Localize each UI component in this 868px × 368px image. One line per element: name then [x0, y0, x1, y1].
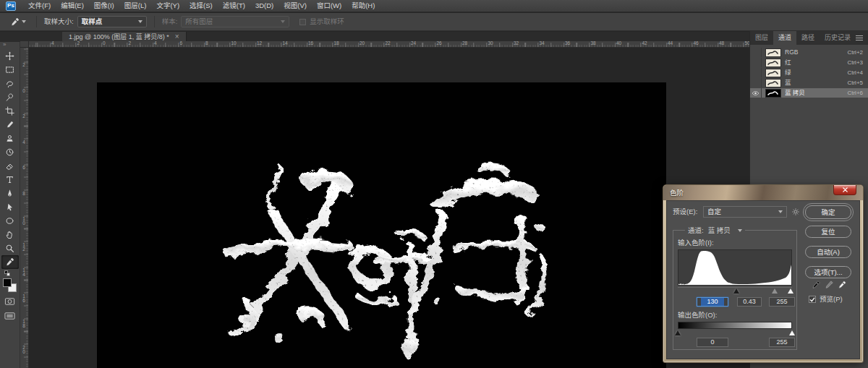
menu-item[interactable]: 窗口(W) [312, 1, 346, 11]
lasso-tool[interactable] [1, 77, 19, 90]
move-icon [5, 51, 14, 61]
dialog-button-确定[interactable]: 确定 [805, 205, 851, 219]
ruler-label: 4 [154, 41, 157, 46]
black-input-slider[interactable] [733, 288, 739, 294]
hand-tool[interactable] [1, 228, 19, 241]
type-tool[interactable] [1, 173, 19, 187]
eye-toggle-empty[interactable] [750, 68, 762, 77]
quick-selection-tool[interactable] [1, 90, 19, 104]
panel-tab-图层[interactable]: 图层 [750, 31, 773, 45]
screen-mode-button[interactable] [1, 310, 19, 322]
preset-dropdown[interactable]: 自定 [703, 206, 787, 218]
white-output-slider[interactable] [789, 330, 795, 335]
channel-thumbnail [766, 69, 780, 77]
panel-menu-icon[interactable] [856, 35, 863, 40]
gamma-input-slider[interactable] [772, 288, 778, 294]
dialog-title-bar[interactable]: 色阶 [663, 185, 863, 200]
output-black-field[interactable]: 0 [697, 338, 728, 347]
channel-row-绿[interactable]: 绿Ctrl+4 [750, 68, 868, 77]
menu-item[interactable]: 选择(S) [184, 1, 218, 11]
levels-dialog: 色阶 预设(E): 自定 确定复位自动(A)选项(T)... 通道: 蓝 拷贝 [663, 184, 864, 363]
ruler-label: 8 [205, 41, 208, 46]
ruler-label: 2 [77, 41, 80, 46]
menu-item[interactable]: 编辑(E) [56, 1, 89, 11]
channel-shortcut: Ctrl+4 [847, 70, 863, 76]
panel-tab-历史记录[interactable]: 历史记录 [820, 31, 856, 45]
canvas-pasteboard[interactable]: 茶叶居 [29, 48, 749, 368]
white-input-slider[interactable] [788, 288, 793, 294]
preview-label: 预览(P) [820, 296, 843, 303]
white-point-eyedropper-icon[interactable] [838, 281, 846, 291]
panel-tab-路径[interactable]: 路径 [796, 31, 820, 45]
zoom-tool[interactable] [1, 241, 19, 255]
default-colors-icon[interactable] [4, 270, 17, 276]
menu-item[interactable]: 3D(D) [250, 1, 278, 11]
document-tab[interactable]: 1.jpg @ 100% (图层 1, 蓝 拷贝/8) * × [62, 32, 187, 42]
ruler-label: 30 [488, 41, 493, 46]
gray-point-eyedropper-icon[interactable] [825, 281, 833, 291]
type-icon [5, 175, 14, 184]
brush-tool[interactable] [1, 118, 19, 132]
black-output-slider[interactable] [675, 330, 681, 335]
active-tool-button[interactable] [7, 16, 29, 28]
menu-item[interactable]: 文字(Y) [151, 1, 184, 11]
eye-toggle-empty[interactable] [750, 48, 762, 57]
menu-item[interactable]: 图像(I) [89, 1, 119, 11]
zoom-icon [5, 244, 14, 253]
history-brush-tool[interactable] [1, 145, 19, 159]
channel-row-红[interactable]: 红Ctrl+3 [750, 58, 868, 67]
menu-item[interactable]: 文件(F) [23, 1, 56, 11]
ellipse-tool[interactable] [1, 214, 19, 228]
pen-tool[interactable] [1, 187, 19, 200]
preview-checkbox[interactable] [809, 296, 816, 303]
photoshop-window: Ps 文件(F)编辑(E)图像(I)图层(L)文字(Y)选择(S)滤镜(T)3D… [0, 0, 868, 368]
gear-icon [791, 207, 800, 216]
chevron-down-icon [138, 20, 142, 23]
channel-row-RGB[interactable]: RGBCtrl+2 [750, 48, 868, 57]
move-tool[interactable] [1, 49, 19, 63]
eyedropper-tool[interactable] [1, 255, 19, 269]
marquee-tool[interactable] [1, 63, 19, 77]
menu-item[interactable]: 视图(V) [278, 1, 312, 11]
chevron-down-icon [778, 210, 783, 213]
sample-size-dropdown[interactable]: 取样点 [77, 16, 147, 27]
ruler-label: 0 [103, 41, 106, 46]
double-chevron-icon[interactable] [0, 42, 20, 49]
eye-toggle-empty[interactable] [750, 78, 762, 87]
dialog-buttons: 确定复位自动(A)选项(T)... [801, 205, 856, 286]
menu-item[interactable]: 图层(L) [119, 1, 152, 11]
menu-item[interactable]: 帮助(H) [346, 1, 380, 11]
vertical-ruler[interactable]: 20246810121416182022 [20, 48, 29, 368]
path-selection-icon [5, 202, 14, 212]
channel-dropdown[interactable]: 蓝 拷贝 [708, 227, 742, 234]
foreground-color-swatch[interactable] [3, 278, 12, 287]
dialog-button-选项(T)...[interactable]: 选项(T)... [805, 266, 851, 278]
eye-toggle-empty[interactable] [750, 58, 762, 67]
dialog-body: 预设(E): 自定 确定复位自动(A)选项(T)... 通道: 蓝 拷贝 输入色… [666, 200, 860, 359]
input-gamma-field[interactable]: 0.43 [737, 297, 762, 307]
menu-item[interactable]: 滤镜(T) [218, 1, 250, 11]
close-tab-icon[interactable]: × [175, 33, 179, 40]
eyedropper-icon [5, 257, 14, 267]
channel-shortcut: Ctrl+3 [847, 60, 863, 66]
close-button[interactable] [833, 185, 856, 195]
eraser-tool[interactable] [1, 159, 19, 173]
channel-row-蓝 拷贝[interactable]: 蓝 拷贝Ctrl+6 [750, 88, 868, 98]
eye-icon[interactable] [750, 88, 762, 98]
path-selection-tool[interactable] [1, 200, 19, 214]
input-black-field[interactable]: 130 [697, 297, 728, 307]
channel-row-蓝[interactable]: 蓝Ctrl+5 [750, 78, 868, 87]
quick-mask-button[interactable] [1, 296, 19, 307]
clone-stamp-tool[interactable] [1, 132, 19, 145]
horizontal-ruler[interactable]: 4202468101214161820222426283032343638404… [29, 41, 749, 48]
dialog-button-自动(A)[interactable]: 自动(A) [805, 246, 851, 258]
black-point-eyedropper-icon[interactable] [812, 281, 820, 291]
panel-tab-通道[interactable]: 通道 [773, 31, 796, 45]
crop-tool[interactable] [1, 104, 19, 118]
dialog-button-复位[interactable]: 复位 [805, 226, 851, 238]
color-swatches[interactable] [3, 278, 17, 293]
input-white-field[interactable]: 255 [769, 297, 795, 307]
output-white-field[interactable]: 255 [769, 338, 795, 347]
preset-options-button[interactable] [791, 207, 800, 218]
eraser-icon [5, 161, 14, 171]
